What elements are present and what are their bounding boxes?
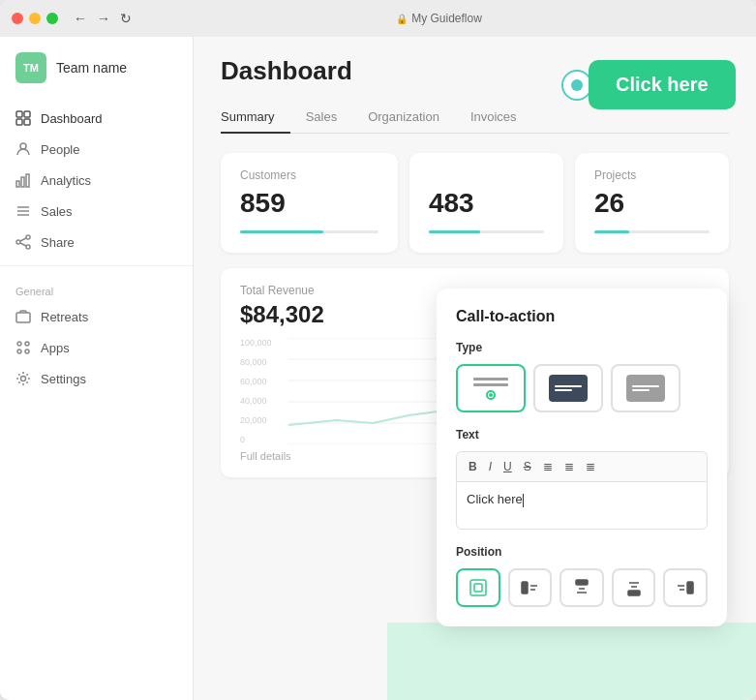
sidebar-item-dashboard[interactable]: Dashboard xyxy=(0,103,193,134)
sidebar-item-settings[interactable]: Settings xyxy=(0,363,193,394)
share-icon xyxy=(15,234,31,250)
svg-point-12 xyxy=(16,240,20,244)
main-content: Dashboard Summary Sales Organization Inv… xyxy=(194,37,756,700)
type-icon-gray xyxy=(626,375,665,402)
sidebar-item-label-sales: Sales xyxy=(41,204,73,219)
type-option-gray[interactable] xyxy=(611,364,680,412)
type-lines-1 xyxy=(473,378,508,386)
lock-icon: 🔒 xyxy=(396,14,408,24)
address-bar: 🔒 My Guideflow xyxy=(134,12,744,25)
general-section-label: General xyxy=(0,274,193,301)
type-icon-line-1 xyxy=(555,385,582,387)
underline-button[interactable]: U xyxy=(499,458,516,475)
align-center-button[interactable]: ≣ xyxy=(560,458,578,475)
type-icon-dark xyxy=(549,375,588,402)
chart-ylabel-5: 0 xyxy=(240,435,281,444)
sidebar-item-analytics[interactable]: Analytics xyxy=(0,165,193,196)
text-input[interactable]: Click here xyxy=(456,481,708,530)
person-icon xyxy=(15,141,31,157)
position-top[interactable] xyxy=(559,568,604,607)
svg-rect-2 xyxy=(16,119,22,125)
grid-icon xyxy=(15,110,31,126)
position-left-icon xyxy=(520,578,539,597)
svg-rect-6 xyxy=(21,177,24,187)
projects-label: Projects xyxy=(594,168,710,182)
customers-label: Customers xyxy=(240,168,378,182)
text-section: Text B I U S ≣ ≣ ≣ Click here xyxy=(456,428,708,530)
maximize-button[interactable] xyxy=(46,13,58,24)
text-cursor xyxy=(523,494,524,507)
cta-panel: Call-to-action Type xyxy=(437,289,727,626)
active-bar xyxy=(429,230,544,233)
svg-rect-1 xyxy=(24,111,30,117)
sidebar-item-share[interactable]: Share xyxy=(0,227,193,258)
type-radio-button xyxy=(486,390,496,400)
type-option-button[interactable] xyxy=(533,364,603,412)
svg-rect-38 xyxy=(628,591,640,595)
svg-rect-29 xyxy=(474,584,482,592)
cta-type-options xyxy=(456,364,708,412)
sidebar-item-apps[interactable]: Apps xyxy=(0,332,193,363)
bold-button[interactable]: B xyxy=(465,458,481,475)
type-option-inner-1 xyxy=(473,378,508,400)
type-option-radio[interactable] xyxy=(456,364,526,412)
position-center-icon xyxy=(469,578,488,597)
sidebar-item-label-share: Share xyxy=(41,235,75,250)
svg-point-11 xyxy=(26,235,30,239)
svg-point-21 xyxy=(21,377,26,381)
tab-invoices[interactable]: Invoices xyxy=(455,102,532,134)
customers-bar xyxy=(240,230,378,233)
sidebar-item-label-dashboard: Dashboard xyxy=(41,111,103,126)
click-here-bubble[interactable]: Click here xyxy=(589,60,736,109)
position-right[interactable] xyxy=(663,568,708,607)
tab-summary[interactable]: Summary xyxy=(221,102,290,134)
tab-organization[interactable]: Organization xyxy=(352,102,455,134)
minimize-button[interactable] xyxy=(29,13,41,24)
refresh-button[interactable]: ↻ xyxy=(118,9,134,28)
back-button[interactable]: ← xyxy=(72,9,89,28)
strikethrough-button[interactable]: S xyxy=(520,458,535,475)
sidebar-item-retreats[interactable]: Retreats xyxy=(0,301,193,332)
svg-point-17 xyxy=(17,342,21,346)
cta-position-label: Position xyxy=(456,545,708,559)
type-line-long-2 xyxy=(473,383,508,386)
align-right-button[interactable]: ≣ xyxy=(582,458,599,475)
svg-rect-33 xyxy=(576,580,588,585)
titlebar: ← → ↻ 🔒 My Guideflow xyxy=(0,0,756,37)
list-icon xyxy=(15,203,31,219)
close-button[interactable] xyxy=(12,13,23,24)
svg-rect-30 xyxy=(522,582,528,593)
retreat-icon xyxy=(15,309,31,324)
svg-rect-16 xyxy=(16,313,30,322)
chart-ylabel-2: 60,000 xyxy=(240,377,281,386)
position-bottom[interactable] xyxy=(612,568,656,607)
projects-bar xyxy=(594,230,710,233)
cta-type-label: Type xyxy=(456,341,708,354)
sidebar: TM Team name Dashboard xyxy=(0,37,194,700)
chart-ylabel-0: 100,000 xyxy=(240,338,281,348)
forward-button[interactable]: → xyxy=(95,9,112,28)
position-center[interactable] xyxy=(456,568,500,607)
chart-ylabel-4: 20,000 xyxy=(240,415,281,425)
svg-point-19 xyxy=(17,350,21,353)
align-left-button[interactable]: ≣ xyxy=(539,458,557,475)
apps-icon xyxy=(15,340,31,355)
position-options xyxy=(456,568,708,607)
position-top-icon xyxy=(572,578,591,597)
type-icon-line-2 xyxy=(555,389,572,391)
tab-sales[interactable]: Sales xyxy=(290,102,353,134)
chart-y-axis: 100,000 80,000 60,000 40,000 20,000 0 xyxy=(240,338,288,444)
svg-rect-41 xyxy=(687,582,693,593)
sidebar-item-sales[interactable]: Sales xyxy=(0,196,193,227)
sidebar-item-label-analytics: Analytics xyxy=(41,173,91,188)
italic-button[interactable]: I xyxy=(485,458,496,475)
projects-value: 26 xyxy=(594,188,710,219)
projects-bar-fill xyxy=(594,230,629,233)
position-left[interactable] xyxy=(508,568,553,607)
customers-value: 859 xyxy=(240,188,378,219)
position-right-icon xyxy=(676,578,695,597)
app-body: TM Team name Dashboard xyxy=(0,37,756,700)
sidebar-item-people[interactable]: People xyxy=(0,134,193,165)
brand-name: Team name xyxy=(56,60,127,76)
active-bar-fill xyxy=(429,230,481,233)
